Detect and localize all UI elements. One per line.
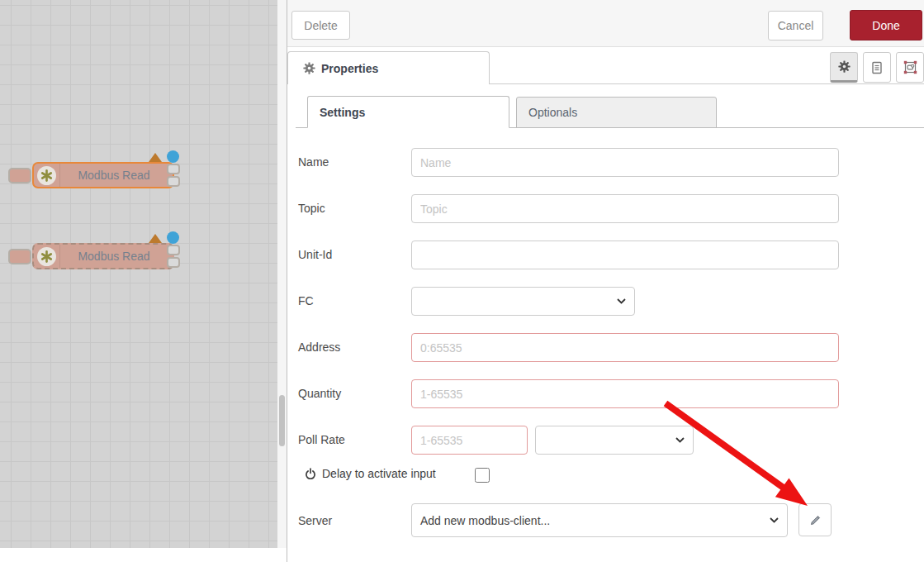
unknown-config-warning-icon [149, 234, 162, 243]
chevron-down-icon [617, 298, 626, 304]
fc-label: FC [298, 294, 314, 307]
tab-properties[interactable]: Properties [287, 51, 490, 84]
address-input[interactable] [411, 333, 839, 362]
gear-icon [303, 62, 315, 74]
modbus-node[interactable]: Modbus Read [32, 243, 174, 269]
power-icon [305, 468, 316, 479]
delay-row: Delay to activate input [305, 467, 436, 480]
node-icon-box [34, 245, 60, 268]
node-label: Modbus Read [60, 169, 173, 182]
node-output-port[interactable] [167, 164, 180, 174]
edit-server-button[interactable] [798, 503, 832, 536]
quantity-label: Quantity [298, 387, 341, 400]
node-input-port[interactable] [8, 249, 31, 264]
delay-checkbox[interactable] [475, 468, 490, 483]
done-button[interactable]: Done [850, 10, 922, 40]
node-icon-box [34, 164, 60, 187]
gear-icon [838, 60, 851, 73]
node-output-port[interactable] [167, 257, 180, 268]
pencil-icon [809, 514, 822, 526]
node-appearance-button[interactable] [896, 52, 924, 83]
quantity-input[interactable] [411, 379, 839, 408]
asterisk-node-icon [37, 247, 56, 266]
tray-toolbar: Delete Cancel Done [287, 0, 924, 47]
poll-rate-label: Poll Rate [298, 433, 345, 446]
optionals-tab-label: Optionals [528, 106, 577, 119]
canvas-scroll-gutter [277, 0, 287, 548]
name-input[interactable] [411, 148, 839, 177]
server-select[interactable]: Add new modbus-client... [411, 503, 788, 537]
chevron-down-icon [675, 437, 685, 443]
asterisk-node-icon [37, 166, 56, 185]
topic-input[interactable] [411, 194, 839, 223]
node-modified-indicator-icon [167, 231, 179, 244]
poll-rate-unit-select[interactable] [535, 426, 694, 455]
address-label: Address [298, 341, 340, 354]
poll-rate-input[interactable] [411, 426, 528, 455]
topic-label: Topic [298, 202, 325, 215]
delete-button[interactable]: Delete [291, 11, 350, 40]
server-label: Server [298, 514, 332, 527]
delay-label: Delay to activate input [322, 467, 436, 480]
canvas-scrollbar[interactable] [279, 395, 285, 446]
flow-canvas[interactable]: Modbus Read Modbus Read [0, 0, 277, 548]
fc-select[interactable] [411, 287, 635, 316]
chevron-down-icon [770, 517, 779, 523]
node-settings-button[interactable] [830, 52, 858, 83]
appearance-group-icon [903, 60, 917, 74]
tab-optionals[interactable]: Optionals [516, 97, 717, 128]
node-label: Modbus Read [60, 250, 173, 263]
node-modified-indicator-icon [167, 150, 179, 163]
tab-settings[interactable]: Settings [307, 96, 509, 128]
unknown-config-warning-icon [149, 153, 162, 162]
node-input-port[interactable] [8, 168, 31, 183]
settings-tab-label: Settings [320, 106, 365, 119]
node-output-port[interactable] [167, 176, 180, 187]
cancel-button[interactable]: Cancel [768, 11, 823, 40]
document-icon [870, 61, 884, 74]
modbus-node[interactable]: Modbus Read [32, 162, 174, 188]
editor-tray: Delete Cancel Done [287, 0, 924, 562]
server-select-value: Add new modbus-client... [420, 514, 550, 527]
unit-id-label: Unit-Id [298, 248, 332, 261]
node-output-port[interactable] [167, 245, 180, 255]
node-description-button[interactable] [863, 52, 891, 83]
properties-tab-label: Properties [321, 62, 378, 75]
name-label: Name [298, 155, 329, 169]
unit-id-input[interactable] [411, 241, 839, 269]
